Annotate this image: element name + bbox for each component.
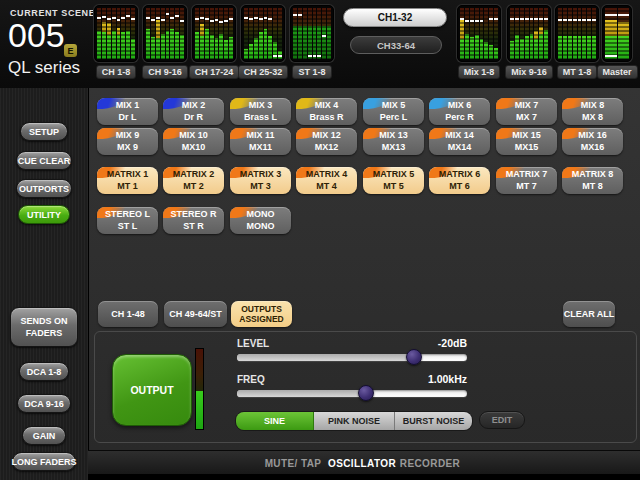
grid-button-mix-3[interactable]: MIX 3Brass L xyxy=(230,98,291,125)
meter-block-master[interactable]: Master xyxy=(602,5,632,79)
grid-button-mix-8[interactable]: MIX 8MX 8 xyxy=(562,98,623,125)
meter-fill-green xyxy=(249,44,253,59)
meter-fill-yellow xyxy=(107,23,111,34)
level-slider[interactable] xyxy=(237,349,467,365)
sidebar-item-gain[interactable]: GAIN xyxy=(22,426,66,445)
sidebar-item-long-faders[interactable]: LONG FADERS xyxy=(12,452,76,471)
meter-bar xyxy=(327,8,331,59)
meter-bar xyxy=(525,8,529,59)
freq-slider-knob[interactable] xyxy=(358,385,374,401)
waveform-selector: SINE PINK NOISE BURST NOISE xyxy=(235,411,473,431)
fader-position-tick xyxy=(605,55,617,57)
grid-button-matrix-8[interactable]: MATRIX 8MT 8 xyxy=(562,167,623,194)
oscillator-level-meter xyxy=(195,348,204,430)
meter-fill-green xyxy=(126,31,130,59)
grid-button-mix-13[interactable]: MIX 13MX13 xyxy=(363,128,424,155)
sidebar-item-sends-on-faders[interactable]: SENDS ON FADERS xyxy=(10,307,78,347)
meter-fill-yellow xyxy=(460,20,464,38)
meter-block-mt-1-8[interactable]: MT 1-8 xyxy=(555,5,599,79)
grid-button-title: MIX 15 xyxy=(496,130,557,142)
meter-fill-green xyxy=(180,35,184,59)
sidebar-item-dca-9-16[interactable]: DCA 9-16 xyxy=(17,394,71,413)
sine-button[interactable]: SINE xyxy=(236,412,314,430)
meter-bar xyxy=(293,8,297,59)
meter-fill-green xyxy=(170,29,174,59)
grid-button-stereo-r[interactable]: STEREO RST R xyxy=(163,207,224,234)
pink-noise-button[interactable]: PINK NOISE xyxy=(314,412,395,430)
grid-button-stereo-l[interactable]: STEREO LST L xyxy=(97,207,158,234)
scene-number[interactable]: 005 xyxy=(8,16,65,55)
meter-bar xyxy=(102,8,106,59)
meter-fill-green xyxy=(112,31,116,59)
level-slider-knob[interactable] xyxy=(406,349,422,365)
grid-button-title: MATRIX 1 xyxy=(97,169,158,181)
meter-fill-green xyxy=(327,26,331,59)
grid-button-mix-12[interactable]: MIX 12MX12 xyxy=(296,128,357,155)
grid-button-matrix-3[interactable]: MATRIX 3MT 3 xyxy=(230,167,291,194)
freq-value: 1.00kHz xyxy=(237,373,467,385)
oscillator-output-button[interactable]: OUTPUT xyxy=(112,354,192,426)
meter-fill-green xyxy=(224,40,228,59)
edit-button[interactable]: EDIT xyxy=(479,411,525,429)
fader-position-tick xyxy=(195,18,199,20)
grid-button-mix-11[interactable]: MIX 11MX11 xyxy=(230,128,291,155)
sidebar-item-dca-1-8[interactable]: DCA 1-8 xyxy=(19,362,69,381)
tab-mute-tap[interactable]: MUTE/ TAP xyxy=(265,451,322,475)
grid-button-mix-10[interactable]: MIX 10MX10 xyxy=(163,128,224,155)
burst-noise-button[interactable]: BURST NOISE xyxy=(395,412,472,430)
view-tab-ch-1-48[interactable]: CH 1-48 xyxy=(98,301,158,327)
grid-button-mix-4[interactable]: MIX 4Brass R xyxy=(296,98,357,125)
grid-button-mix-15[interactable]: MIX 15MX15 xyxy=(496,128,557,155)
freq-slider[interactable] xyxy=(237,385,467,401)
grid-button-matrix-1[interactable]: MATRIX 1MT 1 xyxy=(97,167,158,194)
meter-block-ch-25-32[interactable]: CH 25-32 xyxy=(241,5,285,79)
meter-fill-yellow xyxy=(534,31,538,38)
level-slider-track[interactable] xyxy=(237,354,467,361)
sidebar-item-outports[interactable]: OUTPORTS xyxy=(16,179,72,198)
bank-button-ch33-64[interactable]: CH33-64 xyxy=(350,36,442,54)
fader-position-tick xyxy=(229,18,233,20)
grid-button-mix-16[interactable]: MIX 16MX16 xyxy=(562,128,623,155)
sidebar-item-setup[interactable]: SETUP xyxy=(20,122,68,141)
freq-slider-track[interactable] xyxy=(237,390,467,397)
grid-button-matrix-2[interactable]: MATRIX 2MT 2 xyxy=(163,167,224,194)
meter-fill-yellow xyxy=(200,24,204,35)
meter-block-ch-9-16[interactable]: CH 9-16 xyxy=(143,5,187,79)
grid-button-mix-1[interactable]: MIX 1Dr L xyxy=(97,98,158,125)
meter-block-st-1-8[interactable]: ST 1-8 xyxy=(290,5,334,79)
grid-button-matrix-4[interactable]: MATRIX 4MT 4 xyxy=(296,167,357,194)
grid-button-matrix-5[interactable]: MATRIX 5MT 5 xyxy=(363,167,424,194)
meter-fill-green xyxy=(563,36,567,59)
meter-fill-green xyxy=(264,29,268,59)
grid-button-subtitle: MX13 xyxy=(363,142,424,154)
grid-button-mix-5[interactable]: MIX 5Perc L xyxy=(363,98,424,125)
fader-position-tick xyxy=(151,19,155,21)
meter-block-mix-9-16[interactable]: Mix 9-16 xyxy=(507,5,551,79)
fader-position-tick xyxy=(161,19,165,21)
meter-fill-yellow xyxy=(539,27,543,33)
view-tab-ch-49-64-st[interactable]: CH 49-64/ST xyxy=(164,301,227,327)
grid-button-title: MIX 5 xyxy=(363,100,424,112)
grid-button-matrix-7[interactable]: MATRIX 7MT 7 xyxy=(496,167,557,194)
grid-button-mix-14[interactable]: MIX 14MX14 xyxy=(429,128,490,155)
meter-bar xyxy=(515,8,519,59)
grid-button-mono[interactable]: MONOMONO xyxy=(230,207,291,234)
clear-all-button[interactable]: CLEAR ALL xyxy=(563,301,615,327)
meter-box xyxy=(457,5,501,62)
meter-block-mix-1-8[interactable]: Mix 1-8 xyxy=(457,5,501,79)
grid-button-matrix-6[interactable]: MATRIX 6MT 6 xyxy=(429,167,490,194)
grid-button-mix-9[interactable]: MIX 9MX 9 xyxy=(97,128,158,155)
fader-position-tick xyxy=(126,15,130,17)
tab-oscillator[interactable]: OSCILLATOR xyxy=(328,451,396,475)
view-tab-outputs-assigned[interactable]: OUTPUTS ASSIGNED xyxy=(231,301,292,327)
meter-bar xyxy=(229,8,233,59)
meter-block-ch-17-24[interactable]: CH 17-24 xyxy=(192,5,236,79)
sidebar-item-cue-clear[interactable]: CUE CLEAR xyxy=(16,151,72,170)
grid-button-mix-6[interactable]: MIX 6Perc R xyxy=(429,98,490,125)
grid-button-mix-2[interactable]: MIX 2Dr R xyxy=(163,98,224,125)
tab-recorder[interactable]: RECORDER xyxy=(400,451,460,475)
sidebar-item-utility[interactable]: UTILITY xyxy=(18,205,70,224)
grid-button-mix-7[interactable]: MIX 7MX 7 xyxy=(496,98,557,125)
bank-button-ch1-32[interactable]: CH1-32 xyxy=(343,8,447,27)
meter-block-ch-1-8[interactable]: CH 1-8 xyxy=(94,5,138,79)
